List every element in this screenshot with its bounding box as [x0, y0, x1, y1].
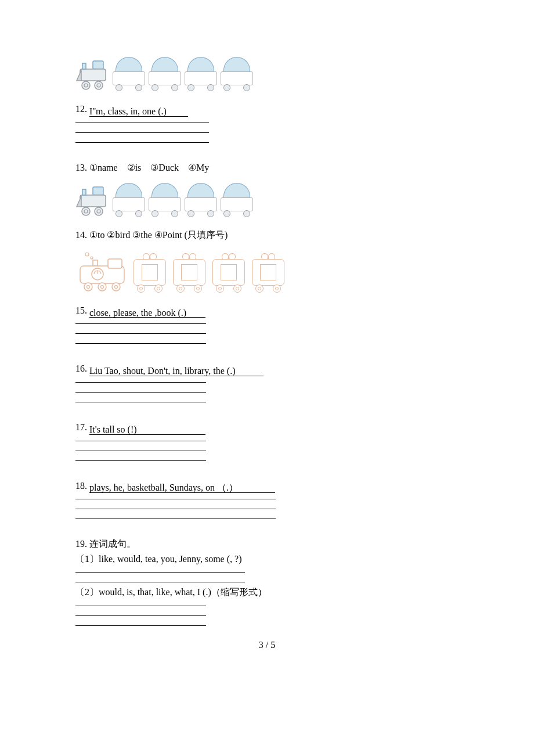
q-number: 18.: [75, 481, 87, 491]
blank-line: [75, 385, 206, 393]
q-prompt: plays, he, basketball, Sundays, on （.）: [89, 483, 238, 492]
option-3-text: the: [140, 230, 152, 240]
q-note: (只填序号): [185, 230, 228, 240]
blank-line: [75, 444, 206, 451]
blank-line: [75, 395, 206, 402]
blank-line: [75, 336, 206, 344]
option-1-num: ①: [89, 228, 98, 243]
q-prompt-underline: Liu Tao, shout, Don't, in, library, the …: [89, 363, 264, 376]
svg-point-14: [95, 207, 103, 215]
svg-rect-20: [108, 259, 122, 268]
train-car: [219, 57, 254, 91]
option-1-num: ①: [89, 160, 98, 175]
svg-point-6: [95, 81, 103, 89]
option-4-text: Point: [163, 230, 182, 240]
q-number: 16.: [75, 363, 87, 373]
svg-rect-1: [80, 69, 106, 81]
answer-lines: [75, 599, 206, 626]
train-orange-illustration: [75, 251, 459, 293]
train-car: [111, 183, 146, 217]
q-number: 15.: [75, 305, 87, 315]
question-15: 15. close, please, the ,book (.): [75, 303, 459, 344]
option-4-num: ④: [154, 228, 163, 243]
question-14: 14. ①to ②bird ③the ④Point (只填序号): [75, 228, 459, 243]
q-prompt: I''m, class, in, one (.): [89, 106, 167, 116]
train-blue-illustration: [75, 57, 459, 91]
option-2-num: ②: [127, 160, 135, 175]
option-1-text: to: [98, 230, 104, 240]
train-car: [210, 253, 247, 293]
sub-note: （缩写形式）: [211, 587, 267, 597]
answer-lines: [75, 492, 276, 519]
train-car: [111, 57, 146, 91]
option-3-text: Duck: [158, 163, 179, 172]
svg-point-27: [112, 283, 120, 291]
svg-rect-10: [82, 189, 86, 195]
sub-number: 〔2〕: [75, 587, 99, 597]
option-2-text: is: [135, 163, 142, 172]
blank-line: [75, 575, 245, 582]
blank-line: [75, 453, 206, 461]
svg-rect-9: [80, 195, 106, 207]
locomotive-icon: [75, 183, 110, 217]
answer-lines: [75, 565, 245, 582]
svg-rect-8: [93, 187, 103, 195]
train-car: [250, 253, 287, 293]
train-blue-illustration: [75, 183, 459, 217]
sub-text: like, would, tea, you, Jenny, some (, ?): [99, 554, 241, 564]
question-16: 16. Liu Tao, shout, Don't, in, library, …: [75, 361, 459, 402]
option-3-num: ③: [150, 160, 158, 175]
q-prompt-underline: plays, he, basketball, Sundays, on （.）: [89, 480, 275, 493]
svg-rect-0: [93, 61, 103, 69]
worksheet-page: 12. I''m, class, in, one (.) 13. ①name ②…: [0, 0, 534, 674]
q-number: 12.: [75, 104, 87, 114]
q-prompt: close, please, the ,book (.): [89, 308, 186, 318]
train-car: [183, 57, 218, 91]
svg-point-17: [91, 257, 93, 259]
q-number: 17.: [75, 422, 87, 432]
q-prompt-underline: I''m, class, in, one (.): [89, 104, 188, 117]
question-12: 12. I''m, class, in, one (.): [75, 102, 459, 143]
q-number: 14.: [75, 230, 87, 240]
train-car: [147, 183, 182, 217]
question-13: 13. ①name ②is ③Duck ④My: [75, 160, 459, 175]
svg-point-25: [98, 283, 106, 291]
option-3-num: ③: [132, 228, 140, 243]
q-number: 13.: [75, 163, 87, 172]
svg-marker-11: [77, 196, 81, 207]
option-4-num: ④: [188, 160, 196, 175]
answer-lines: [75, 434, 206, 461]
locomotive-icon: [75, 57, 110, 91]
q-prompt: Liu Tao, shout, Don't, in, library, the …: [89, 366, 236, 376]
blank-line: [75, 326, 206, 334]
train-car: [219, 183, 254, 217]
svg-point-23: [84, 283, 92, 291]
train-car: [183, 183, 218, 217]
blank-line: [75, 502, 276, 509]
blank-line: [75, 618, 206, 626]
train-car: [171, 253, 208, 293]
svg-point-16: [85, 253, 89, 256]
q-number: 19.: [75, 539, 87, 549]
question-17: 17. It's tall so (!): [75, 420, 459, 461]
svg-point-12: [82, 207, 90, 215]
train-car: [131, 253, 168, 293]
sub-text: would, is, that, like, what, I (.): [99, 587, 211, 597]
option-2-num: ②: [107, 228, 115, 243]
answer-lines: [75, 316, 206, 344]
svg-rect-18: [93, 260, 98, 266]
svg-marker-3: [77, 70, 81, 81]
page-number: 3 / 5: [75, 640, 459, 650]
svg-rect-2: [82, 63, 86, 69]
blank-line: [75, 609, 206, 616]
blank-line: [75, 125, 209, 133]
answer-lines: [75, 375, 206, 402]
svg-point-4: [82, 81, 90, 89]
option-1-text: name: [98, 163, 118, 172]
q-prompt: It's tall so (!): [89, 424, 137, 434]
question-18: 18. plays, he, basketball, Sundays, on （…: [75, 478, 459, 520]
blank-line: [75, 135, 209, 143]
q-prompt-underline: close, please, the ,book (.): [89, 305, 205, 318]
blank-line: [75, 565, 245, 573]
sub-number: 〔1〕: [75, 554, 99, 564]
